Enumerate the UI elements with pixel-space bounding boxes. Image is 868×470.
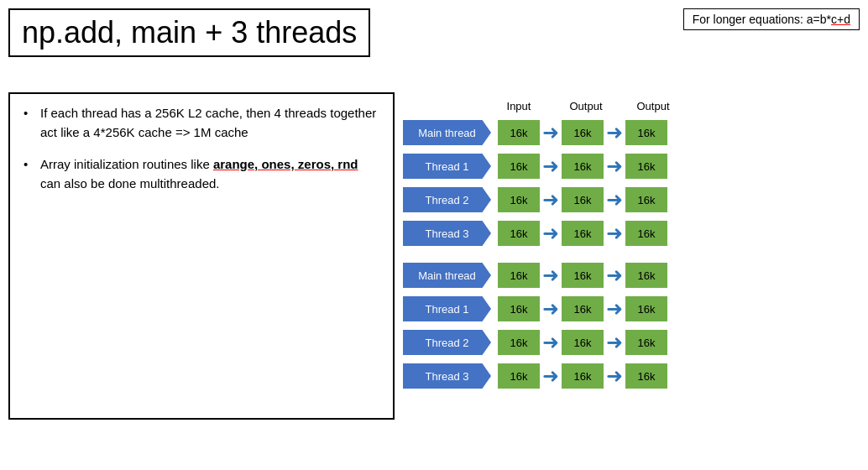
output-box-1: 16k [562, 154, 604, 179]
arrow-icon: ➜ [542, 190, 559, 210]
thread-label: Thread 2 [403, 330, 491, 355]
table-row: Main thread 16k ➜ 16k ➜ 16k [403, 261, 860, 290]
arrow-icon: ➜ [606, 366, 623, 386]
table-row: Thread 2 16k ➜ 16k ➜ 16k [403, 185, 860, 214]
title-box: np.add, main + 3 threads [8, 8, 370, 57]
table-row: Thread 1 16k ➜ 16k ➜ 16k [403, 295, 860, 323]
arrow-icon: ➜ [606, 299, 623, 319]
col-input-label: Input [498, 100, 540, 112]
output-box-1: 16k [562, 221, 604, 246]
input-box: 16k [498, 154, 540, 179]
arrow-icon: ➜ [606, 332, 623, 352]
bullet-1: If each thread has a 256K L2 cache, then… [24, 104, 379, 142]
output-box-2: 16k [625, 221, 667, 246]
output-box-1: 16k [562, 363, 604, 389]
arrow-icon: ➜ [606, 265, 623, 285]
table-row: Thread 3 16k ➜ 16k ➜ 16k [403, 219, 860, 248]
input-box: 16k [498, 363, 540, 389]
arrow-icon: ➜ [606, 223, 623, 243]
thread-label: Thread 3 [403, 363, 491, 389]
output-box-1: 16k [562, 330, 604, 355]
slide-title: np.add, main + 3 threads [22, 15, 357, 50]
table-row: Thread 2 16k ➜ 16k ➜ 16k [403, 328, 860, 357]
input-box: 16k [498, 221, 540, 246]
output-box-1: 16k [562, 263, 604, 288]
output-box-2: 16k [625, 263, 667, 288]
output-box-1: 16k [562, 120, 604, 145]
col-output2-label: Output [632, 100, 674, 112]
output-box-2: 16k [625, 120, 667, 145]
thread-label: Main thread [403, 120, 491, 145]
arrow-icon: ➜ [542, 332, 559, 352]
arrow-icon: ➜ [542, 265, 559, 285]
output-box-2: 16k [625, 363, 667, 389]
output-box-1: 16k [562, 187, 604, 212]
input-box: 16k [498, 187, 540, 212]
output-box-2: 16k [625, 187, 667, 212]
thread-group-2: Main thread 16k ➜ 16k ➜ 16k Thread 1 16k… [403, 261, 860, 390]
bullet-2: Array initialization routines like arang… [24, 155, 379, 193]
arrow-icon: ➜ [606, 190, 623, 210]
arrow-icon: ➜ [542, 156, 559, 176]
thread-label: Main thread [403, 263, 491, 288]
slide: np.add, main + 3 threads For longer equa… [0, 0, 868, 470]
note-prefix: For longer equations: a=b* [693, 13, 831, 26]
column-headers: Input Output Output [403, 97, 860, 115]
table-row: Thread 3 16k ➜ 16k ➜ 16k [403, 362, 860, 390]
col-output1-label: Output [565, 100, 607, 112]
thread-group-1: Main thread 16k ➜ 16k ➜ 16k Thread 1 16k… [403, 118, 860, 248]
note-highlight: c+d [831, 13, 850, 26]
input-box: 16k [498, 120, 540, 145]
thread-diagram: Input Output Output Main thread 16k ➜ 16… [403, 97, 860, 395]
arrow-icon: ➜ [542, 366, 559, 386]
table-row: Thread 1 16k ➜ 16k ➜ 16k [403, 152, 860, 180]
output-box-2: 16k [625, 154, 667, 179]
thread-label: Thread 2 [403, 187, 491, 212]
thread-label: Thread 3 [403, 221, 491, 246]
output-box-2: 16k [625, 330, 667, 355]
arrow-icon: ➜ [606, 123, 623, 143]
input-box: 16k [498, 296, 540, 321]
thread-label: Thread 1 [403, 154, 491, 179]
thread-label: Thread 1 [403, 296, 491, 321]
top-right-note: For longer equations: a=b*c+d [683, 8, 860, 30]
output-box-1: 16k [562, 296, 604, 321]
group-separator [403, 253, 860, 261]
input-box: 16k [498, 263, 540, 288]
input-box: 16k [498, 330, 540, 355]
bold-keywords: arange, ones, zeros, rnd [213, 157, 358, 171]
arrow-icon: ➜ [606, 156, 623, 176]
left-text-panel: If each thread has a 256K L2 cache, then… [8, 92, 395, 420]
arrow-icon: ➜ [542, 299, 559, 319]
table-row: Main thread 16k ➜ 16k ➜ 16k [403, 118, 860, 147]
arrow-icon: ➜ [542, 223, 559, 243]
arrow-icon: ➜ [542, 123, 559, 143]
output-box-2: 16k [625, 296, 667, 321]
